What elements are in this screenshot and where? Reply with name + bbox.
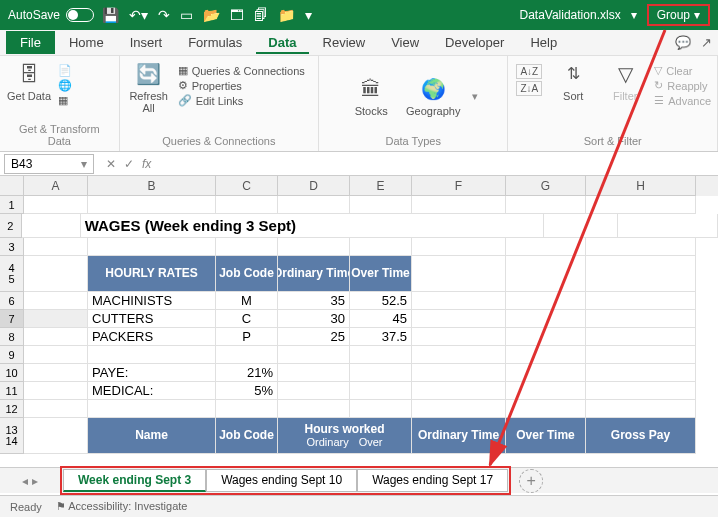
- save-icon[interactable]: 💾: [102, 7, 119, 23]
- table-cell[interactable]: PACKERS: [88, 328, 216, 346]
- get-data-button[interactable]: 🗄 Get Data: [6, 60, 52, 102]
- table-header[interactable]: Name: [88, 418, 216, 454]
- sheet-nav[interactable]: ◂ ▸: [0, 474, 60, 488]
- from-table-icon[interactable]: ▦: [58, 94, 72, 107]
- tab-data[interactable]: Data: [256, 31, 308, 54]
- table-cell[interactable]: 45: [350, 310, 412, 328]
- row-header[interactable]: 8: [0, 328, 24, 346]
- table-cell[interactable]: MEDICAL:: [88, 382, 216, 400]
- table-header[interactable]: HOURLY RATES: [88, 256, 216, 292]
- fx-icon[interactable]: fx: [142, 157, 151, 171]
- tab-help[interactable]: Help: [518, 31, 569, 54]
- geography-button[interactable]: 🌍 Geography: [410, 75, 456, 117]
- table-cell[interactable]: P: [216, 328, 278, 346]
- tab-view[interactable]: View: [379, 31, 431, 54]
- col-header-D[interactable]: D: [278, 176, 350, 196]
- table-cell[interactable]: CUTTERS: [88, 310, 216, 328]
- comments-icon[interactable]: 💬: [675, 35, 691, 50]
- col-header-A[interactable]: A: [24, 176, 88, 196]
- col-header-B[interactable]: B: [88, 176, 216, 196]
- table-cell[interactable]: MACHINISTS: [88, 292, 216, 310]
- row-header[interactable]: 11: [0, 382, 24, 400]
- queries-connections-button[interactable]: ▦ Queries & Connections: [178, 64, 305, 77]
- row-header[interactable]: 7: [0, 310, 24, 328]
- row-header[interactable]: 12: [0, 400, 24, 418]
- col-header-E[interactable]: E: [350, 176, 412, 196]
- edit-links-button[interactable]: 🔗 Edit Links: [178, 94, 305, 107]
- table-header[interactable]: Job Code: [216, 418, 278, 454]
- share-icon[interactable]: ↗: [701, 35, 712, 50]
- sheet-tab-1[interactable]: Week ending Sept 3: [63, 469, 206, 492]
- dropdown-icon[interactable]: ▾: [472, 90, 478, 103]
- table-cell[interactable]: 25: [278, 328, 350, 346]
- new-icon[interactable]: ▭: [180, 7, 193, 23]
- from-web-icon[interactable]: 🌐: [58, 79, 72, 92]
- sort-desc-icon[interactable]: Z↓A: [516, 81, 542, 96]
- sheet-title[interactable]: WAGES (Week ending 3 Sept): [81, 214, 459, 238]
- tab-formulas[interactable]: Formulas: [176, 31, 254, 54]
- table-header[interactable]: Over Time: [350, 256, 412, 292]
- toggle-off-icon[interactable]: [66, 8, 94, 22]
- select-all-corner[interactable]: [0, 176, 24, 196]
- table-cell[interactable]: C: [216, 310, 278, 328]
- row-header[interactable]: 9: [0, 346, 24, 364]
- redo-icon[interactable]: ↷: [158, 7, 170, 23]
- enter-icon[interactable]: ✓: [124, 157, 134, 171]
- table-cell[interactable]: 30: [278, 310, 350, 328]
- row-header[interactable]: 3: [0, 238, 24, 256]
- tab-developer[interactable]: Developer: [433, 31, 516, 54]
- table-cell[interactable]: 5%: [216, 382, 278, 400]
- table-cell[interactable]: 35: [278, 292, 350, 310]
- new-sheet-button[interactable]: +: [519, 469, 543, 493]
- table-header[interactable]: Ordinary Time: [278, 256, 350, 292]
- refresh-all-button[interactable]: 🔄 Refresh All: [126, 60, 172, 114]
- table-cell[interactable]: M: [216, 292, 278, 310]
- status-accessibility[interactable]: ⚑ Accessibility: Investigate: [56, 500, 188, 513]
- name-box[interactable]: B43 ▾: [4, 154, 94, 174]
- stocks-button[interactable]: 🏛 Stocks: [348, 75, 394, 117]
- sort-asc-icon[interactable]: A↓Z: [516, 64, 542, 79]
- properties-button[interactable]: ⚙ Properties: [178, 79, 305, 92]
- print-icon[interactable]: 🗐: [254, 7, 268, 23]
- open-icon[interactable]: 📁: [278, 7, 295, 23]
- undo-icon[interactable]: ↶▾: [129, 7, 148, 23]
- col-header-F[interactable]: F: [412, 176, 506, 196]
- table-cell[interactable]: 21%: [216, 364, 278, 382]
- sheet-tab-3[interactable]: Wages ending Sept 17: [357, 469, 508, 492]
- table-cell[interactable]: 52.5: [350, 292, 412, 310]
- col-header-H[interactable]: H: [586, 176, 696, 196]
- grid-body[interactable]: 1 2WAGES (Week ending 3 Sept) 3 45 HOURL…: [0, 196, 718, 475]
- more-icon[interactable]: ▾: [305, 7, 312, 23]
- advanced-button[interactable]: ☰ Advance: [654, 94, 711, 107]
- cancel-icon[interactable]: ✕: [106, 157, 116, 171]
- table-header[interactable]: Over Time: [506, 418, 586, 454]
- tab-home[interactable]: Home: [57, 31, 116, 54]
- table-header[interactable]: Job Code: [216, 256, 278, 292]
- group-dropdown-button[interactable]: Group ▾: [647, 4, 710, 26]
- table-cell[interactable]: 37.5: [350, 328, 412, 346]
- from-text-icon[interactable]: 📄: [58, 64, 72, 77]
- row-header[interactable]: 2: [0, 214, 22, 238]
- filter-button[interactable]: ▽ Filter: [602, 60, 648, 102]
- sort-button[interactable]: ⇅ Sort: [550, 60, 596, 102]
- row-header[interactable]: 45: [0, 256, 24, 292]
- row-header[interactable]: 1314: [0, 418, 24, 454]
- row-header[interactable]: 1: [0, 196, 24, 214]
- tab-review[interactable]: Review: [311, 31, 378, 54]
- table-header[interactable]: Ordinary Time: [412, 418, 506, 454]
- table-cell[interactable]: PAYE:: [88, 364, 216, 382]
- tab-file[interactable]: File: [6, 31, 55, 54]
- row-header[interactable]: 10: [0, 364, 24, 382]
- formula-input[interactable]: [159, 154, 718, 174]
- print-preview-icon[interactable]: 🗔: [230, 7, 244, 23]
- tab-insert[interactable]: Insert: [118, 31, 175, 54]
- sheet-tab-2[interactable]: Wages ending Sept 10: [206, 469, 357, 492]
- clear-button[interactable]: ▽ Clear: [654, 64, 711, 77]
- table-header[interactable]: Hours worked OrdinaryOver: [278, 418, 412, 454]
- col-header-C[interactable]: C: [216, 176, 278, 196]
- table-header[interactable]: Gross Pay: [586, 418, 696, 454]
- reapply-button[interactable]: ↻ Reapply: [654, 79, 711, 92]
- autosave-toggle[interactable]: AutoSave: [8, 8, 94, 22]
- row-header[interactable]: 6: [0, 292, 24, 310]
- col-header-G[interactable]: G: [506, 176, 586, 196]
